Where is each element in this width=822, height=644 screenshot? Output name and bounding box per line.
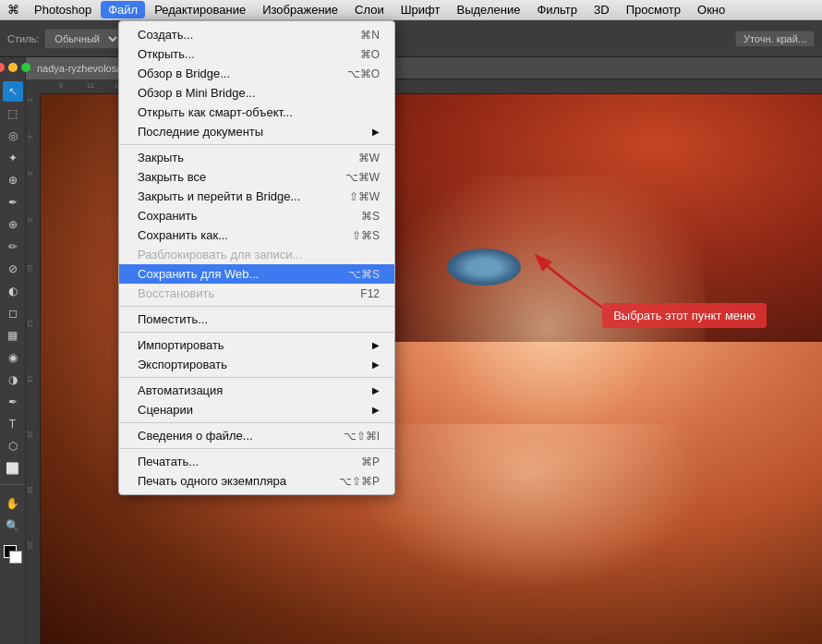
- move-tool-button[interactable]: ↖: [3, 81, 23, 102]
- menu-font[interactable]: Шрифт: [393, 1, 448, 18]
- separator-5: [119, 422, 394, 423]
- menu-close-all[interactable]: Закрыть все ⌥⌘W: [119, 167, 394, 187]
- file-menu-dropdown: Создать... ⌘N Открыть... ⌘O Обзор в Brid…: [118, 20, 395, 495]
- pen-button[interactable]: ✒: [3, 392, 23, 412]
- left-toolbar: ↖ ⬚ ◎ ✦ ⊕ ✒ ⊕ ✏ ⊘ ◐ ◻ ▦ ◉ ◑ ✒ T ⬡ ⬜ ✋ 🔍: [0, 57, 26, 644]
- menu-revert: Восстановить F12: [119, 284, 394, 303]
- refine-edge-button[interactable]: Уточн. край...: [735, 30, 815, 47]
- menu-open[interactable]: Открыть... ⌘O: [119, 44, 394, 64]
- zoom-button[interactable]: 🔍: [3, 516, 23, 536]
- menu-file-info[interactable]: Сведения о файле... ⌥⇧⌘I: [119, 426, 394, 445]
- crop-tool-button[interactable]: ⊕: [3, 170, 23, 190]
- menu-automate[interactable]: Автоматизация ▶: [119, 381, 394, 400]
- separator-2: [119, 306, 394, 307]
- menu-place[interactable]: Поместить...: [119, 310, 394, 329]
- menu-select[interactable]: Выделение: [449, 1, 527, 18]
- apple-menu[interactable]: ⌘: [7, 3, 19, 17]
- ruler-mark: 12: [87, 82, 94, 89]
- ruler-left-mark: 10: [27, 264, 33, 272]
- separator-4: [119, 377, 394, 378]
- ruler-left-mark: 6: [27, 172, 33, 176]
- maximize-button[interactable]: [21, 63, 30, 72]
- ruler-mark: 8: [59, 82, 63, 89]
- menu-browse-bridge[interactable]: Обзор в Bridge... ⌥⌘O: [119, 64, 394, 83]
- dodge-button[interactable]: ◑: [3, 370, 23, 390]
- ruler-left-mark: 2: [27, 98, 33, 102]
- path-select-button[interactable]: ⬡: [3, 436, 23, 456]
- menu-unlock: Разблокировать для записи...: [119, 245, 394, 264]
- window-controls: [0, 63, 30, 72]
- annotation-box: Выбрать этот пункт меню: [602, 303, 767, 328]
- eraser-button[interactable]: ◻: [3, 303, 23, 323]
- menu-save[interactable]: Сохранить ⌘S: [119, 206, 394, 225]
- menu-browse-mini[interactable]: Обзор в Mini Bridge...: [119, 83, 394, 103]
- ruler-left-mark: 18: [27, 486, 33, 493]
- separator-1: [119, 144, 394, 145]
- ruler-corner: [26, 79, 41, 94]
- menu-save-for-web[interactable]: Сохранить для Web... ⌥⌘S: [119, 264, 394, 284]
- menu-image[interactable]: Изображение: [255, 1, 345, 18]
- menu-filter[interactable]: Фильтр: [529, 1, 585, 18]
- marquee-tool-button[interactable]: ⬚: [3, 103, 23, 124]
- annotation-container: Выбрать этот пункт меню: [602, 303, 767, 328]
- photo-eye: [447, 249, 521, 286]
- menu-print[interactable]: Печатать... ⌘P: [119, 452, 394, 471]
- menu-scripts[interactable]: Сценарии ▶: [119, 400, 394, 419]
- ruler-left-mark: 14: [27, 375, 33, 383]
- menu-3d[interactable]: 3D: [586, 1, 617, 18]
- style-select[interactable]: Обычный: [44, 29, 121, 49]
- style-label: Стиль:: [7, 33, 39, 44]
- shape-button[interactable]: ⬜: [3, 458, 23, 479]
- ruler-left-mark: 16: [27, 431, 33, 438]
- menu-bar: ⌘ Photoshop Файл Редактирование Изображе…: [0, 0, 822, 20]
- type-button[interactable]: T: [3, 414, 23, 434]
- blur-button[interactable]: ◉: [3, 347, 23, 368]
- menu-edit[interactable]: Редактирование: [147, 1, 253, 18]
- ruler-left-mark: 4: [27, 135, 33, 139]
- menu-recent[interactable]: Последние документы ▶: [119, 122, 394, 141]
- lasso-tool-button[interactable]: ◎: [3, 126, 23, 146]
- separator-6: [119, 448, 394, 449]
- menu-close[interactable]: Закрыть ⌘W: [119, 148, 394, 167]
- menu-photoshop[interactable]: Photoshop: [27, 1, 99, 18]
- gradient-button[interactable]: ▦: [3, 325, 23, 346]
- close-button[interactable]: [0, 63, 5, 72]
- separator-3: [119, 332, 394, 333]
- menu-print-one[interactable]: Печать одного экземпляра ⌥⇧⌘P: [119, 471, 394, 491]
- menu-export[interactable]: Экспортировать ▶: [119, 355, 394, 374]
- menu-file[interactable]: Файл: [101, 1, 145, 18]
- menu-window[interactable]: Окно: [690, 1, 732, 18]
- ruler-left-mark: 12: [27, 320, 33, 327]
- clone-button[interactable]: ⊘: [3, 259, 23, 279]
- history-button[interactable]: ◐: [3, 281, 23, 301]
- eyedropper-button[interactable]: ✒: [3, 192, 23, 213]
- ruler-left-mark: 8: [27, 218, 33, 222]
- ruler-left-mark: 20: [27, 541, 33, 549]
- healing-button[interactable]: ⊕: [3, 214, 23, 235]
- annotation-arrow-svg: [528, 248, 611, 312]
- foreground-color[interactable]: [4, 545, 22, 564]
- menu-view[interactable]: Просмотр: [619, 1, 688, 18]
- hand-button[interactable]: ✋: [3, 493, 23, 514]
- menu-import[interactable]: Импортировать ▶: [119, 335, 394, 355]
- menu-new[interactable]: Создать... ⌘N: [119, 25, 394, 44]
- magic-wand-button[interactable]: ✦: [3, 148, 23, 168]
- menu-layers[interactable]: Слои: [347, 1, 392, 18]
- menu-close-bridge[interactable]: Закрыть и перейти в Bridge... ⇧⌘W: [119, 187, 394, 206]
- brush-button[interactable]: ✏: [3, 237, 23, 257]
- minimize-button[interactable]: [8, 63, 18, 72]
- photo-smile-area: [353, 424, 705, 589]
- ruler-left: 2 4 6 8 10 12 14 16 18 20: [26, 79, 41, 644]
- menu-save-as[interactable]: Сохранить как... ⇧⌘S: [119, 225, 394, 245]
- menu-open-smart[interactable]: Открыть как смарт-объект...: [119, 103, 394, 122]
